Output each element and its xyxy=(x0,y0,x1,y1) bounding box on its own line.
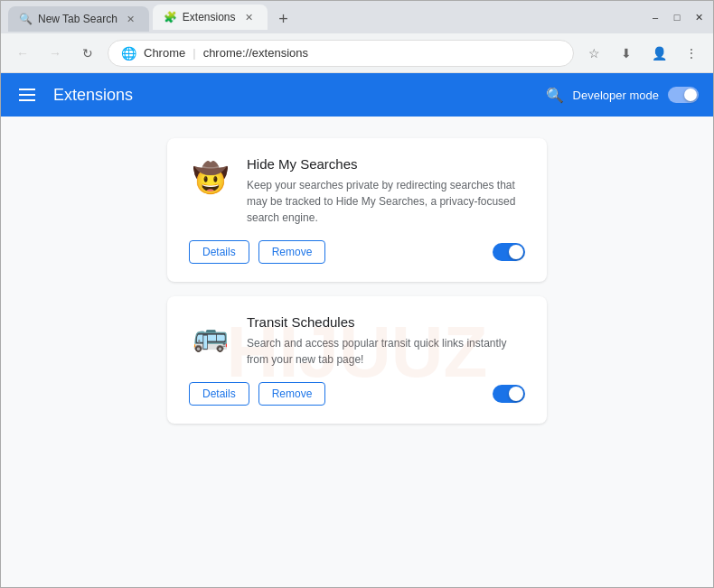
extension-card-bottom-hide-my-searches: Details Remove xyxy=(189,240,525,264)
extensions-header: Extensions 🔍 Developer mode xyxy=(1,73,713,117)
tab-new-tab-search-close[interactable]: ✕ xyxy=(123,12,138,27)
transit-schedules-details-button[interactable]: Details xyxy=(189,382,249,406)
transit-schedules-remove-button[interactable]: Remove xyxy=(258,382,326,406)
new-tab-icon: + xyxy=(278,10,288,29)
forward-button[interactable]: → xyxy=(42,41,68,66)
maximize-button[interactable]: □ xyxy=(670,10,684,24)
tab-new-tab-search-label: New Tab Search xyxy=(38,13,117,25)
transit-schedules-toggle-knob xyxy=(509,387,523,401)
transit-schedules-icon: 🚌 xyxy=(189,314,232,358)
back-button[interactable]: ← xyxy=(10,41,35,66)
hide-my-searches-details-button[interactable]: Details xyxy=(189,240,249,264)
hide-my-searches-toggle-knob xyxy=(509,245,523,259)
hide-my-searches-remove-button[interactable]: Remove xyxy=(258,240,326,264)
hide-my-searches-description: Keep your searches private by redirectin… xyxy=(247,177,525,226)
extensions-content: HIJUUZ 🤠 Hide My Searches Keep your sear… xyxy=(1,117,713,587)
hamburger-line-3 xyxy=(19,99,35,101)
hide-my-searches-toggle[interactable] xyxy=(493,243,525,261)
profile-icon-button[interactable]: 👤 xyxy=(646,41,672,66)
title-bar: 🔍 New Tab Search ✕ 🧩 Extensions ✕ + – □ … xyxy=(1,1,713,33)
tab-extensions-close[interactable]: ✕ xyxy=(241,10,257,25)
address-bar: ← → ↻ 🌐 Chrome | chrome://extensions ☆ ⬇… xyxy=(1,33,713,73)
url-text: chrome://extensions xyxy=(203,46,308,60)
developer-mode-label: Developer mode xyxy=(573,89,659,102)
url-bar[interactable]: 🌐 Chrome | chrome://extensions xyxy=(108,40,574,67)
hide-my-searches-name: Hide My Searches xyxy=(247,156,525,172)
window-controls: – □ ✕ xyxy=(648,10,706,24)
url-site: Chrome xyxy=(144,46,185,60)
transit-schedules-description: Search and access popular transit quick … xyxy=(247,335,525,368)
extensions-page-title: Extensions xyxy=(53,86,133,105)
browser-window: 🔍 New Tab Search ✕ 🧩 Extensions ✕ + – □ … xyxy=(0,0,714,588)
extension-card-top-transit-schedules: 🚌 Transit Schedules Search and access po… xyxy=(189,314,525,368)
tab-extensions-label: Extensions xyxy=(183,11,236,23)
search-tab-icon: 🔍 xyxy=(19,13,33,25)
developer-mode-toggle[interactable] xyxy=(668,87,699,103)
close-button[interactable]: ✕ xyxy=(691,10,706,24)
new-tab-button[interactable]: + xyxy=(271,6,296,32)
minimize-button[interactable]: – xyxy=(648,10,662,24)
hide-my-searches-info: Hide My Searches Keep your searches priv… xyxy=(247,156,525,226)
url-protocol: chrome://extensions xyxy=(203,46,308,60)
chrome-icon: 🌐 xyxy=(121,46,136,61)
hamburger-line-1 xyxy=(19,89,35,90)
extensions-toolbar-button[interactable]: ⬇ xyxy=(614,41,639,66)
hamburger-line-2 xyxy=(19,94,35,96)
extensions-tab-icon: 🧩 xyxy=(164,11,177,23)
tab-new-tab-search[interactable]: 🔍 New Tab Search ✕ xyxy=(8,6,149,32)
extension-card-hide-my-searches: 🤠 Hide My Searches Keep your searches pr… xyxy=(167,138,547,282)
transit-schedules-info: Transit Schedules Search and access popu… xyxy=(247,314,525,368)
developer-mode-toggle-knob xyxy=(684,89,697,101)
developer-mode-area: 🔍 Developer mode xyxy=(546,87,699,104)
extension-card-bottom-transit-schedules: Details Remove xyxy=(189,382,525,406)
url-separator: | xyxy=(193,46,195,60)
search-extensions-icon[interactable]: 🔍 xyxy=(546,87,564,104)
extension-card-top-hide-my-searches: 🤠 Hide My Searches Keep your searches pr… xyxy=(189,156,525,226)
hamburger-menu[interactable] xyxy=(15,85,39,105)
extension-card-transit-schedules: 🚌 Transit Schedules Search and access po… xyxy=(167,296,547,424)
transit-schedules-name: Transit Schedules xyxy=(247,314,525,330)
transit-schedules-toggle[interactable] xyxy=(493,385,525,403)
refresh-button[interactable]: ↻ xyxy=(75,41,100,66)
hide-my-searches-icon: 🤠 xyxy=(189,156,232,200)
tab-extensions[interactable]: 🧩 Extensions ✕ xyxy=(153,5,268,30)
bookmark-button[interactable]: ☆ xyxy=(581,41,606,66)
menu-button[interactable]: ⋮ xyxy=(679,41,704,66)
